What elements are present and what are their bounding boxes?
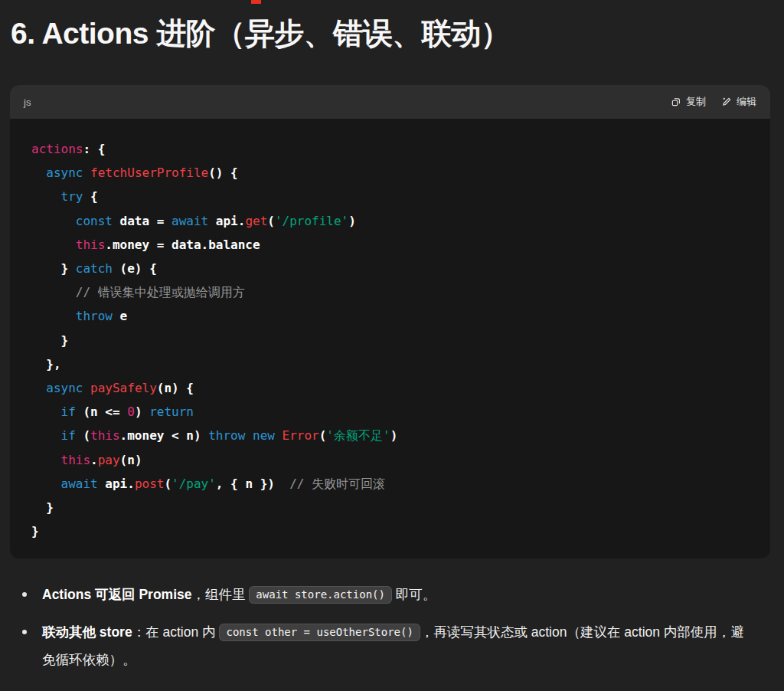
- code-token: }: [31, 500, 54, 515]
- code-actions: 复制 编辑: [671, 95, 756, 109]
- edit-button-label: 编辑: [737, 95, 756, 109]
- code-block-header: js 复制: [10, 85, 770, 119]
- code-line: },: [31, 352, 749, 376]
- code-token: data =: [113, 214, 172, 228]
- code-token: const: [76, 214, 113, 228]
- code-token: post: [135, 476, 165, 491]
- bold-text: Actions 可返回 Promise: [42, 587, 191, 602]
- code-token: [31, 237, 76, 252]
- code-language-label: js: [24, 97, 31, 108]
- code-token: [31, 214, 76, 228]
- copy-code-button[interactable]: 复制: [671, 95, 706, 109]
- code-token: : {: [83, 142, 105, 156]
- code-token: {: [83, 189, 97, 204]
- code-token: fetchUserProfile: [90, 165, 208, 180]
- code-token: this: [76, 237, 106, 252]
- code-token: },: [31, 357, 61, 372]
- code-line: await api.post('/pay', { n }) // 失败时可回滚: [31, 472, 749, 496]
- code-token: (n): [120, 453, 142, 467]
- code-token: [31, 381, 46, 395]
- page: 6. Actions 进阶（异步、错误、联动） js 复制: [0, 0, 784, 691]
- code-line: this.money = data.balance: [31, 233, 749, 257]
- code-token: try: [61, 189, 83, 204]
- code-line: }: [31, 329, 749, 352]
- code-token: [31, 453, 61, 467]
- code-token: [31, 428, 61, 443]
- code-token: '/pay': [172, 476, 216, 491]
- code-token: }: [31, 524, 39, 539]
- code-token: Error: [283, 428, 319, 443]
- top-red-marker: [251, 0, 261, 4]
- code-line: }: [31, 496, 749, 519]
- code-token: .money = data.balance: [105, 237, 260, 252]
- code-token: [31, 165, 46, 180]
- code-token: (n) {: [157, 381, 194, 395]
- inline-code: const other = useOtherStore(): [219, 624, 420, 641]
- code-token: .money < n): [120, 428, 209, 443]
- code-token: // 失败时可回滚: [289, 476, 385, 491]
- code-token: }: [31, 333, 68, 348]
- text: ，组件里: [191, 587, 249, 602]
- code-token: '余额不足': [326, 428, 390, 443]
- code-token: get: [245, 214, 267, 228]
- text: 即可。: [392, 587, 436, 602]
- code-token: [31, 189, 61, 204]
- code-token: pay: [98, 453, 120, 467]
- code-token: this: [90, 428, 120, 443]
- inline-code: await store.action(): [249, 586, 392, 604]
- code-token: [83, 165, 90, 180]
- code-token: (: [76, 428, 90, 443]
- code-token: [31, 476, 61, 491]
- bold-text: 联动其他 store: [42, 624, 132, 640]
- code-token: this: [61, 453, 91, 467]
- code-token: catch: [76, 261, 113, 276]
- code-token: [245, 428, 253, 443]
- code-token: .: [90, 453, 98, 467]
- code-token: throw: [208, 428, 245, 443]
- code-line: try {: [31, 185, 749, 208]
- code-token: paySafely: [90, 381, 157, 395]
- edit-code-button[interactable]: 编辑: [721, 95, 756, 109]
- code-token: actions: [31, 142, 83, 156]
- code-line: async paySafely(n) {: [31, 376, 749, 400]
- code-token: [31, 285, 76, 300]
- code-token: api.: [98, 476, 135, 491]
- code-token: }: [31, 261, 76, 276]
- code-token: await: [61, 476, 98, 491]
- notes-list: Actions 可返回 Promise，组件里 await store.acti…: [10, 581, 756, 673]
- code-line: throw e: [31, 304, 749, 328]
- code-line: // 错误集中处理或抛给调用方: [31, 280, 749, 304]
- code-token: (: [164, 476, 172, 491]
- copy-button-label: 复制: [686, 95, 706, 109]
- code-token: // 错误集中处理或抛给调用方: [76, 285, 245, 300]
- copy-icon: [671, 97, 681, 107]
- code-content: actions: { async fetchUserProfile() { tr…: [10, 119, 770, 558]
- code-token: ): [135, 404, 149, 419]
- code-line: async fetchUserProfile() {: [31, 161, 749, 185]
- code-token: if: [61, 404, 76, 419]
- code-line: if (this.money < n) throw new Error('余额不…: [31, 424, 749, 447]
- edit-pencil-icon: [721, 97, 732, 107]
- code-token: [31, 309, 76, 323]
- code-token: 0: [127, 404, 135, 419]
- code-token: async: [46, 165, 83, 180]
- code-token: [31, 404, 61, 419]
- code-line: actions: {: [31, 137, 749, 161]
- code-line: }: [31, 519, 749, 543]
- code-token: return: [149, 404, 194, 419]
- code-token: (: [267, 214, 275, 228]
- code-token: if: [61, 428, 76, 443]
- code-token: , { n }): [216, 476, 289, 491]
- code-token: (e) {: [113, 261, 157, 276]
- code-line: const data = await api.get('/profile'): [31, 209, 749, 233]
- code-token: (n <=: [76, 404, 127, 419]
- text: ：在 action 内: [132, 624, 220, 640]
- code-line: this.pay(n): [31, 448, 749, 472]
- page-title: 6. Actions 进阶（异步、错误、联动）: [11, 15, 774, 53]
- code-token: ): [348, 214, 356, 228]
- code-token: '/profile': [275, 214, 348, 228]
- code-token: () {: [208, 165, 238, 180]
- code-token: throw: [76, 309, 113, 323]
- code-line: } catch (e) {: [31, 257, 749, 280]
- list-item: 联动其他 store：在 action 内 const other = useO…: [10, 619, 756, 673]
